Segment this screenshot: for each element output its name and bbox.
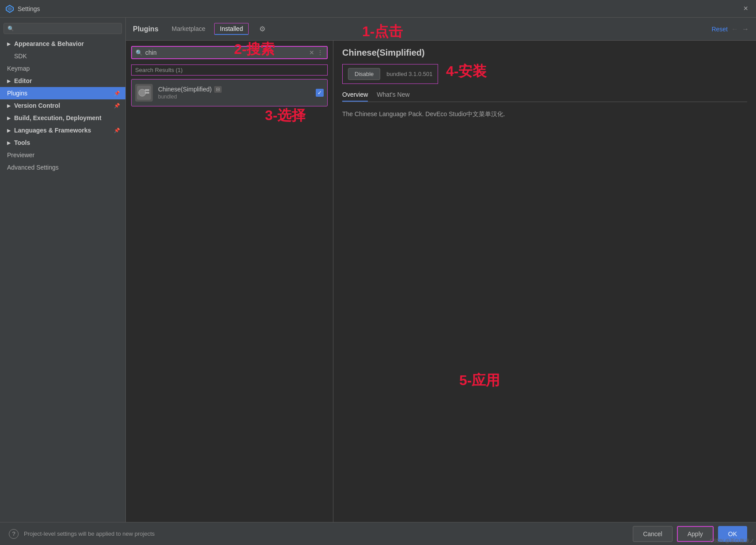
plugin-icon (135, 84, 153, 102)
chevron-right-icon-build: ▶ (7, 116, 11, 121)
bundled-info: bundled 3.1.0.501 (386, 71, 432, 77)
sidebar-search-input[interactable] (17, 25, 118, 32)
plugin-list-item[interactable]: Chinese(Simplified) ⊟ bundled ✓ (131, 79, 328, 106)
sidebar: 🔍 ▶ Appearance & Behavior SDK Keymap ▶ E… (0, 18, 126, 522)
svg-marker-1 (8, 7, 12, 11)
plugins-header: Plugins Marketplace Installed ⚙ Reset ← … (126, 18, 756, 41)
close-button[interactable]: × (741, 3, 751, 14)
nav-arrows: Reset ← → (711, 25, 749, 33)
sidebar-item-build-execution[interactable]: ▶ Build, Execution, Deployment (0, 112, 125, 124)
sidebar-item-languages-frameworks[interactable]: ▶ Languages & Frameworks 📌 (0, 124, 125, 136)
plugin-name: Chinese(Simplified) ⊟ (158, 86, 310, 93)
sidebar-item-plugins[interactable]: Plugins 📌 (0, 87, 125, 99)
plugin-search-box[interactable]: 🔍 ✕ ⋮ (131, 46, 328, 59)
plugin-detail-title: Chinese(Simplified) (342, 48, 747, 58)
chevron-right-icon-vc: ▶ (7, 103, 11, 108)
pin-icon-lang: 📌 (114, 128, 120, 133)
sidebar-item-editor[interactable]: ▶ Editor (0, 75, 125, 87)
plugin-checkbox[interactable]: ✓ (316, 89, 324, 97)
reset-button[interactable]: Reset (711, 26, 728, 33)
cancel-button[interactable]: Cancel (633, 526, 673, 542)
tab-whats-new[interactable]: What's New (377, 91, 409, 102)
bottom-info-text: Project-level settings will be applied t… (24, 530, 155, 537)
bottom-bar: ? Project-level settings will be applied… (0, 522, 756, 545)
chevron-right-icon-lang: ▶ (7, 128, 11, 133)
plugins-body: 🔍 ✕ ⋮ Search Results (1) (126, 41, 756, 522)
plugins-left-panel: 🔍 ✕ ⋮ Search Results (1) (126, 41, 333, 522)
window-title: Settings (18, 5, 40, 12)
sidebar-item-tools[interactable]: ▶ Tools (0, 136, 125, 149)
plugins-title: Plugins (133, 25, 159, 33)
tab-overview[interactable]: Overview (342, 91, 368, 102)
svg-rect-5 (145, 92, 149, 94)
plugin-description: The Chinese Language Pack. DevEco Studio… (342, 109, 747, 119)
search-clear-icon[interactable]: ✕ (309, 49, 314, 56)
plugin-bundled-label: bundled (158, 94, 310, 100)
svg-point-3 (139, 89, 146, 96)
plugin-info: Chinese(Simplified) ⊟ bundled (158, 86, 310, 100)
forward-arrow-icon[interactable]: → (742, 25, 749, 33)
title-bar-left: Settings (5, 4, 40, 13)
sidebar-item-advanced-settings[interactable]: Advanced Settings (0, 161, 125, 174)
right-content: Plugins Marketplace Installed ⚙ Reset ← … (126, 18, 756, 522)
pin-icon-vc: 📌 (114, 103, 120, 109)
svg-rect-4 (145, 89, 149, 91)
search-more-icon[interactable]: ⋮ (317, 49, 323, 56)
app-logo-icon (5, 4, 14, 13)
sidebar-search[interactable]: 🔍 (4, 23, 122, 34)
plugin-search-input[interactable] (145, 49, 306, 56)
main-layout: 🔍 ▶ Appearance & Behavior SDK Keymap ▶ E… (0, 18, 756, 522)
pin-icon-plugins: 📌 (114, 91, 120, 96)
plugins-right-panel: Chinese(Simplified) Disable bundled 3.1.… (333, 41, 756, 522)
watermark: CSDN @茶白微凉ノ (708, 537, 756, 545)
detail-tabs: Overview What's New (342, 91, 747, 102)
plugin-tag: ⊟ (214, 86, 222, 93)
tab-marketplace[interactable]: Marketplace (172, 23, 205, 35)
chevron-right-icon-tools: ▶ (7, 140, 11, 145)
sidebar-item-sdk[interactable]: SDK (0, 50, 125, 62)
tab-installed[interactable]: Installed (214, 23, 249, 35)
search-results-label: Search Results (1) (131, 64, 328, 76)
help-button[interactable]: ? (9, 529, 19, 539)
gear-icon[interactable]: ⚙ (259, 25, 265, 33)
sidebar-item-appearance-behavior[interactable]: ▶ Appearance & Behavior (0, 38, 125, 50)
chevron-right-icon: ▶ (7, 42, 11, 46)
sidebar-item-previewer[interactable]: Previewer (0, 149, 125, 161)
disable-button[interactable]: Disable (348, 68, 380, 80)
checkmark-icon: ✓ (318, 90, 322, 96)
chevron-right-icon-editor: ▶ (7, 79, 11, 83)
sidebar-search-icon: 🔍 (8, 26, 14, 32)
plugin-search-icon: 🔍 (136, 49, 143, 56)
sidebar-item-keymap[interactable]: Keymap (0, 62, 125, 75)
back-arrow-icon[interactable]: ← (731, 25, 738, 33)
sidebar-item-version-control[interactable]: ▶ Version Control 📌 (0, 99, 125, 112)
plugin-actions-bar: Disable bundled 3.1.0.501 (342, 64, 438, 84)
title-bar: Settings × (0, 0, 756, 18)
